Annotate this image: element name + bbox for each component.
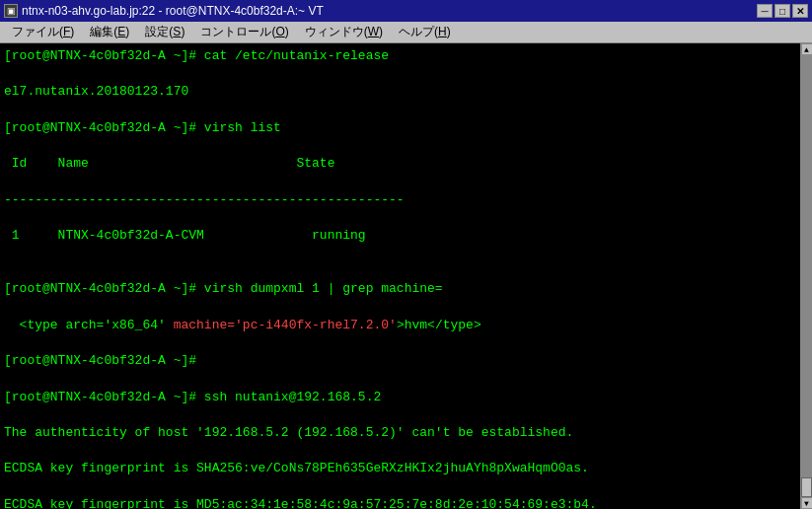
menu-edit[interactable]: 編集(E) xyxy=(82,22,137,42)
title-bar: ▣ ntnx-n03-ahv.go-lab.jp:22 - root@NTNX-… xyxy=(0,0,812,22)
terminal-container: [root@NTNX-4c0bf32d-A ~]# cat /etc/nutan… xyxy=(0,43,812,509)
scroll-track[interactable] xyxy=(801,55,812,497)
terminal-line-10: [root@NTNX-4c0bf32d-A ~]# ssh nutanix@19… xyxy=(4,389,796,406)
scroll-down-button[interactable]: ▼ xyxy=(801,497,813,509)
terminal-line-7: [root@NTNX-4c0bf32d-A ~]# virsh dumpxml … xyxy=(4,280,796,298)
terminal-line-12: ECDSA key fingerprint is SHA256:ve/CoNs7… xyxy=(4,460,796,477)
terminal-line-1: el7.nutanix.20180123.170 xyxy=(4,83,796,101)
scroll-thumb[interactable] xyxy=(801,477,812,497)
terminal-line-13: ECDSA key fingerprint is MD5:ac:34:1e:58… xyxy=(4,496,796,509)
menu-help[interactable]: ヘルプ(H) xyxy=(391,22,459,42)
menu-bar: ファイル(F) 編集(E) 設定(S) コントロール(O) ウィンドウ(W) ヘ… xyxy=(0,22,812,43)
menu-settings[interactable]: 設定(S) xyxy=(137,22,192,42)
terminal-line-9: [root@NTNX-4c0bf32d-A ~]# xyxy=(4,352,796,370)
terminal-line-5: 1 NTNX-4c0bf32d-A-CVM running xyxy=(4,227,796,245)
terminal-line-4: ----------------------------------------… xyxy=(4,191,796,209)
menu-file[interactable]: ファイル(F) xyxy=(4,22,82,42)
title-bar-buttons: ─ □ ✕ xyxy=(757,4,808,18)
highlight-text: machine='pc-i440fx-rhel7.2.0' xyxy=(174,318,397,332)
terminal-line-11: The authenticity of host '192.168.5.2 (1… xyxy=(4,424,796,442)
terminal-icon: ▣ xyxy=(4,4,18,18)
menu-control[interactable]: コントロール(O) xyxy=(192,22,296,42)
terminal-line-3: Id Name State xyxy=(4,155,796,173)
terminal-line-0: [root@NTNX-4c0bf32d-A ~]# cat /etc/nutan… xyxy=(4,47,796,65)
window-title: ntnx-n03-ahv.go-lab.jp:22 - root@NTNX-4c… xyxy=(22,4,324,18)
terminal-line-8: <type arch='x86_64' machine='pc-i440fx-r… xyxy=(4,317,796,334)
maximize-button[interactable]: □ xyxy=(775,4,790,18)
minimize-button[interactable]: ─ xyxy=(757,4,773,18)
scroll-up-button[interactable]: ▲ xyxy=(801,43,813,55)
menu-window[interactable]: ウィンドウ(W) xyxy=(297,22,391,42)
terminal-output[interactable]: [root@NTNX-4c0bf32d-A ~]# cat /etc/nutan… xyxy=(0,43,800,509)
title-bar-left: ▣ ntnx-n03-ahv.go-lab.jp:22 - root@NTNX-… xyxy=(4,4,324,18)
scrollbar[interactable]: ▲ ▼ xyxy=(800,43,812,509)
terminal-line-2: [root@NTNX-4c0bf32d-A ~]# virsh list xyxy=(4,119,796,137)
close-button[interactable]: ✕ xyxy=(792,4,808,18)
